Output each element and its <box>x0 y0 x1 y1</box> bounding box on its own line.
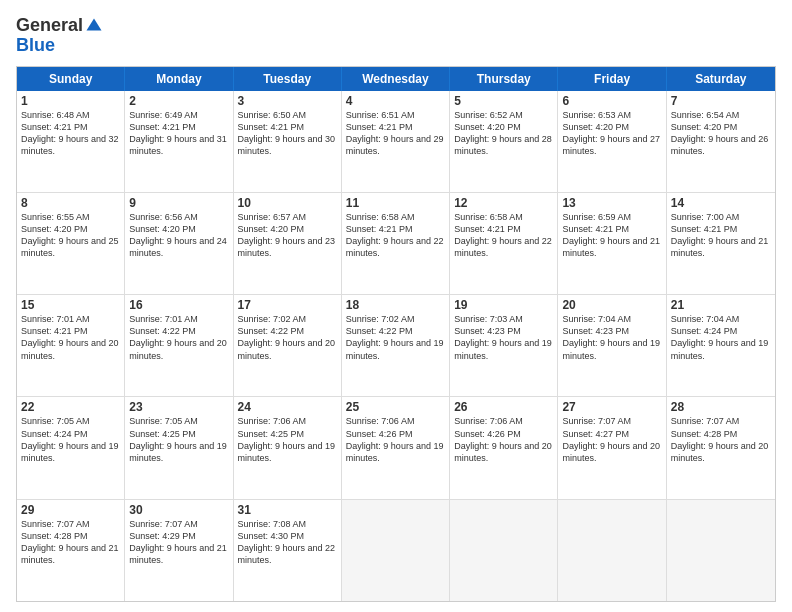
day-cell-25: 25 Sunrise: 7:06 AM Sunset: 4:26 PM Dayl… <box>342 397 450 498</box>
sunset-line: Sunset: 4:21 PM <box>21 325 120 337</box>
sunset-line: Sunset: 4:23 PM <box>562 325 661 337</box>
sunrise-line: Sunrise: 7:07 AM <box>562 415 661 427</box>
day-number: 9 <box>129 196 228 210</box>
svg-marker-0 <box>87 19 102 31</box>
day-number: 23 <box>129 400 228 414</box>
sunrise-line: Sunrise: 7:04 AM <box>671 313 771 325</box>
daylight-label: Daylight: 9 hours and 32 minutes. <box>21 133 120 157</box>
day-number: 22 <box>21 400 120 414</box>
day-number: 28 <box>671 400 771 414</box>
day-cell-8: 8 Sunrise: 6:55 AM Sunset: 4:20 PM Dayli… <box>17 193 125 294</box>
daylight-label: Daylight: 9 hours and 20 minutes. <box>671 440 771 464</box>
day-cell-10: 10 Sunrise: 6:57 AM Sunset: 4:20 PM Dayl… <box>234 193 342 294</box>
day-cell-27: 27 Sunrise: 7:07 AM Sunset: 4:27 PM Dayl… <box>558 397 666 498</box>
day-cell-1: 1 Sunrise: 6:48 AM Sunset: 4:21 PM Dayli… <box>17 91 125 192</box>
sunset-line: Sunset: 4:21 PM <box>129 121 228 133</box>
day-cell-29: 29 Sunrise: 7:07 AM Sunset: 4:28 PM Dayl… <box>17 500 125 601</box>
day-number: 5 <box>454 94 553 108</box>
sunrise-line: Sunrise: 6:59 AM <box>562 211 661 223</box>
sunset-line: Sunset: 4:24 PM <box>671 325 771 337</box>
day-number: 12 <box>454 196 553 210</box>
daylight-label: Daylight: 9 hours and 20 minutes. <box>454 440 553 464</box>
day-cell-14: 14 Sunrise: 7:00 AM Sunset: 4:21 PM Dayl… <box>667 193 775 294</box>
sunset-line: Sunset: 4:21 PM <box>21 121 120 133</box>
sunset-line: Sunset: 4:26 PM <box>346 428 445 440</box>
day-number: 21 <box>671 298 771 312</box>
sunrise-line: Sunrise: 7:06 AM <box>238 415 337 427</box>
day-cell-31: 31 Sunrise: 7:08 AM Sunset: 4:30 PM Dayl… <box>234 500 342 601</box>
day-number: 19 <box>454 298 553 312</box>
header-day-friday: Friday <box>558 67 666 91</box>
day-number: 16 <box>129 298 228 312</box>
sunset-line: Sunset: 4:20 PM <box>454 121 553 133</box>
header-day-sunday: Sunday <box>17 67 125 91</box>
sunset-line: Sunset: 4:25 PM <box>238 428 337 440</box>
sunrise-line: Sunrise: 7:01 AM <box>21 313 120 325</box>
sunrise-line: Sunrise: 6:57 AM <box>238 211 337 223</box>
day-cell-23: 23 Sunrise: 7:05 AM Sunset: 4:25 PM Dayl… <box>125 397 233 498</box>
logo-blue: Blue <box>16 36 103 56</box>
daylight-label: Daylight: 9 hours and 21 minutes. <box>21 542 120 566</box>
sunset-line: Sunset: 4:20 PM <box>238 223 337 235</box>
daylight-label: Daylight: 9 hours and 19 minutes. <box>346 337 445 361</box>
daylight-label: Daylight: 9 hours and 19 minutes. <box>671 337 771 361</box>
header-day-wednesday: Wednesday <box>342 67 450 91</box>
empty-cell <box>342 500 450 601</box>
daylight-label: Daylight: 9 hours and 23 minutes. <box>238 235 337 259</box>
day-number: 14 <box>671 196 771 210</box>
sunset-line: Sunset: 4:26 PM <box>454 428 553 440</box>
sunrise-line: Sunrise: 7:01 AM <box>129 313 228 325</box>
sunrise-line: Sunrise: 6:52 AM <box>454 109 553 121</box>
day-number: 3 <box>238 94 337 108</box>
daylight-label: Daylight: 9 hours and 19 minutes. <box>562 337 661 361</box>
sunset-line: Sunset: 4:20 PM <box>562 121 661 133</box>
day-cell-22: 22 Sunrise: 7:05 AM Sunset: 4:24 PM Dayl… <box>17 397 125 498</box>
sunset-line: Sunset: 4:25 PM <box>129 428 228 440</box>
sunset-line: Sunset: 4:20 PM <box>21 223 120 235</box>
day-cell-19: 19 Sunrise: 7:03 AM Sunset: 4:23 PM Dayl… <box>450 295 558 396</box>
calendar-body: 1 Sunrise: 6:48 AM Sunset: 4:21 PM Dayli… <box>17 91 775 601</box>
daylight-label: Daylight: 9 hours and 25 minutes. <box>21 235 120 259</box>
logo-general: General <box>16 15 83 35</box>
day-number: 10 <box>238 196 337 210</box>
sunrise-line: Sunrise: 7:04 AM <box>562 313 661 325</box>
day-cell-28: 28 Sunrise: 7:07 AM Sunset: 4:28 PM Dayl… <box>667 397 775 498</box>
day-cell-24: 24 Sunrise: 7:06 AM Sunset: 4:25 PM Dayl… <box>234 397 342 498</box>
day-cell-16: 16 Sunrise: 7:01 AM Sunset: 4:22 PM Dayl… <box>125 295 233 396</box>
day-number: 29 <box>21 503 120 517</box>
sunset-line: Sunset: 4:21 PM <box>346 223 445 235</box>
sunrise-line: Sunrise: 7:07 AM <box>21 518 120 530</box>
day-cell-18: 18 Sunrise: 7:02 AM Sunset: 4:22 PM Dayl… <box>342 295 450 396</box>
day-cell-20: 20 Sunrise: 7:04 AM Sunset: 4:23 PM Dayl… <box>558 295 666 396</box>
sunrise-line: Sunrise: 6:48 AM <box>21 109 120 121</box>
day-cell-9: 9 Sunrise: 6:56 AM Sunset: 4:20 PM Dayli… <box>125 193 233 294</box>
day-number: 27 <box>562 400 661 414</box>
day-cell-17: 17 Sunrise: 7:02 AM Sunset: 4:22 PM Dayl… <box>234 295 342 396</box>
daylight-label: Daylight: 9 hours and 26 minutes. <box>671 133 771 157</box>
sunset-line: Sunset: 4:22 PM <box>129 325 228 337</box>
sunrise-line: Sunrise: 7:03 AM <box>454 313 553 325</box>
week-row-2: 8 Sunrise: 6:55 AM Sunset: 4:20 PM Dayli… <box>17 192 775 294</box>
day-number: 8 <box>21 196 120 210</box>
day-number: 7 <box>671 94 771 108</box>
day-number: 31 <box>238 503 337 517</box>
daylight-label: Daylight: 9 hours and 19 minutes. <box>346 440 445 464</box>
day-cell-3: 3 Sunrise: 6:50 AM Sunset: 4:21 PM Dayli… <box>234 91 342 192</box>
calendar: SundayMondayTuesdayWednesdayThursdayFrid… <box>16 66 776 602</box>
sunrise-line: Sunrise: 6:56 AM <box>129 211 228 223</box>
day-cell-6: 6 Sunrise: 6:53 AM Sunset: 4:20 PM Dayli… <box>558 91 666 192</box>
daylight-label: Daylight: 9 hours and 24 minutes. <box>129 235 228 259</box>
daylight-label: Daylight: 9 hours and 20 minutes. <box>238 337 337 361</box>
sunrise-line: Sunrise: 7:02 AM <box>238 313 337 325</box>
logo: General Blue <box>16 16 103 56</box>
day-cell-15: 15 Sunrise: 7:01 AM Sunset: 4:21 PM Dayl… <box>17 295 125 396</box>
day-number: 20 <box>562 298 661 312</box>
sunset-line: Sunset: 4:28 PM <box>671 428 771 440</box>
sunrise-line: Sunrise: 7:05 AM <box>21 415 120 427</box>
week-row-5: 29 Sunrise: 7:07 AM Sunset: 4:28 PM Dayl… <box>17 499 775 601</box>
daylight-label: Daylight: 9 hours and 21 minutes. <box>129 542 228 566</box>
day-number: 26 <box>454 400 553 414</box>
empty-cell <box>558 500 666 601</box>
header-day-saturday: Saturday <box>667 67 775 91</box>
sunset-line: Sunset: 4:21 PM <box>454 223 553 235</box>
